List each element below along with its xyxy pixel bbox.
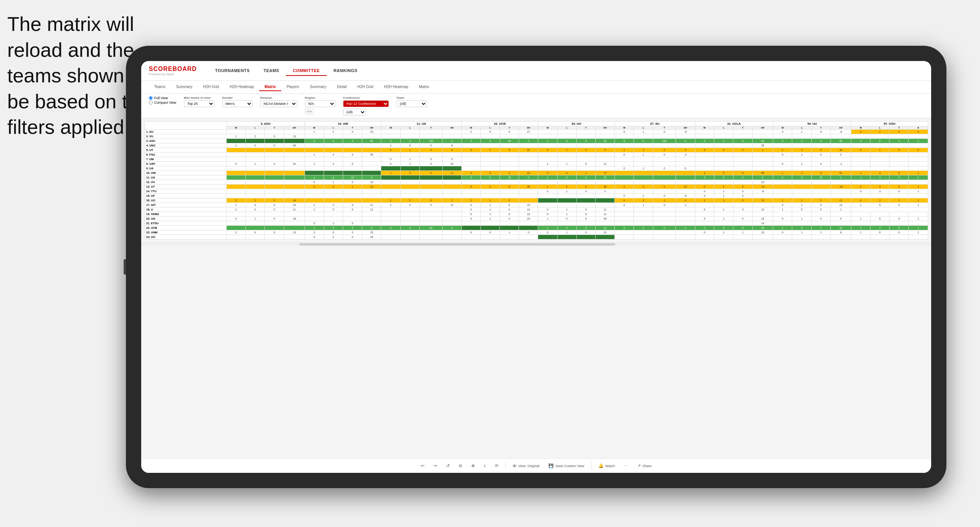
table-row: 24. UO 02029 [145,235,928,239]
table-row: 5. UT 0140 01022 0100 1102 0201 11040 01… [145,148,928,153]
undo-button[interactable]: ↩ [419,462,427,469]
gender-select[interactable]: Men's Women's [222,100,253,107]
toolbar-divider-2 [591,462,592,470]
col-31-ucla: 31. UCLA [695,122,773,126]
reset-button[interactable]: ↺ [444,462,452,469]
scrollbar-thumb[interactable] [299,243,615,246]
sub-nav-teams[interactable]: Teams [149,83,171,91]
table-row: 12. UV 01010 15 [145,180,928,185]
table-row: 17. GIT 10010 10011 10011 01010 010-1 01… [145,203,928,207]
main-nav: TOURNAMENTS TEAMS COMMITTEE RANKINGS [208,66,364,76]
table-row: 7. UM 0100 [145,157,928,162]
table-row: 6. FSU 14035 010-2 0102 [145,153,928,157]
conference-select[interactable]: Pac-12 Conference (All) [343,100,389,107]
top-navigation: SCOREBOARD Powered by clippd TOURNAMENTS… [141,61,931,81]
table-row: 3. ASU 04080 501200 20480 10052 601600 0… [145,139,928,143]
division-select[interactable]: NCAA Division I NCAA Division II [260,100,297,107]
undo-icon: ↩ [421,463,424,468]
save-icon: 💾 [548,463,554,468]
redo-icon: ↪ [434,463,437,468]
share-more-button[interactable]: ⋯ [622,462,630,469]
region-filter: Region N/A East West N/A [305,96,335,114]
col-10-uw: 10. UW [305,122,381,126]
watch-button[interactable]: 🔔 Watch [596,462,617,469]
sub-nav-summary2[interactable]: Summary [305,83,332,91]
zoom-out-button[interactable]: ⊕ [469,462,477,469]
horizontal-scrollbar[interactable] [141,243,931,246]
save-custom-label: Save Custom View [555,464,584,468]
sub-nav-matrix2[interactable]: Matrix [414,83,435,91]
sub-l: L [246,126,265,130]
nav-teams[interactable]: TEAMS [256,66,286,76]
sub-nav-matrix[interactable]: Matrix [259,83,281,91]
max-teams-filter: Max teams in view Top 25 Top 10 Top 50 [184,96,214,107]
table-row: 19. TAMU 01010 01011 [145,212,928,217]
sub-nav-h2h-grid[interactable]: H2H Grid [198,83,224,91]
sub-nav-h2h-heatmap2[interactable]: H2H Heatmap [379,83,413,91]
nav-committee[interactable]: COMMITTEE [286,66,327,76]
sub-nav-players[interactable]: Players [281,83,305,91]
table-row: 2. VU 120-12 [145,134,928,139]
view-original-button[interactable]: 👁 View: Original [510,463,542,469]
tablet-side-button [124,259,126,275]
col-57-osu: 57. OSU [851,122,928,126]
logo-title: SCOREBOARD [149,66,197,72]
region-select[interactable]: N/A East West [305,100,335,107]
sub-nav-h2h-grid2[interactable]: H2H Grid [352,83,379,91]
table-row: 23. UNM 200-21 20025 0010 01010 01110 01… [145,230,928,235]
full-view-radio[interactable]: Full View [149,96,176,100]
share-button[interactable]: ↗ Share [635,462,654,469]
table-row: 21. ETSU 010 14 [145,221,928,226]
share-label: Share [642,464,651,468]
nav-tournaments[interactable]: TOURNAMENTS [208,66,257,76]
conference-all-select[interactable]: (All) [343,109,366,116]
main-content[interactable]: 3. ASU 10. UW 11. UA 22. UCB 24. UO 27. … [141,118,931,458]
zoom-out-icon: ⊖ [459,463,462,468]
gender-filter: Gender Men's Women's [222,96,253,107]
watch-label: Watch [605,464,615,468]
zoom-level: 1 [482,463,488,469]
compact-view-radio[interactable]: Compact View [149,101,176,104]
col-54-uu: 54. UU [773,122,851,126]
table-row: 22. UCB 1303 03400 14012 0203 03040 1011… [145,226,928,230]
reset-icon: ↺ [446,463,450,468]
logo-subtitle: Powered by clippd [149,72,197,76]
view-icon: 👁 [513,464,517,468]
row-header-empty [145,122,227,130]
col-27-su: 27. SU [615,122,695,126]
col-3-asu: 3. ASU [227,122,305,126]
sub-t: T [265,126,284,130]
view-toggle: Full View Compact View [149,96,176,104]
matrix-table: 3. ASU 10. UW 11. UA 22. UCB 24. UO 27. … [144,121,928,239]
zoom-in-icon: ⊕ [471,463,475,468]
col-24-uo: 24. UO [538,122,615,126]
table-row: 1. AU 12023 20027 010-9 010-8 0100 [145,130,928,134]
table-row: 20. UG 010-34 01023 10040 01015 0100 150… [145,217,928,221]
table-row: 13. UT 22122 02036 12026 22012 020-10 -1… [145,185,928,189]
nav-rankings[interactable]: RANKINGS [327,66,364,76]
sub-nav-detail[interactable]: Detail [332,83,352,91]
sub-navigation: Teams Summary H2H Grid H2H Heatmap Matri… [141,81,931,94]
table-row: 18. U 20011 10011 01010 01011 01013 1501 [145,207,928,212]
division-filter: Division NCAA Division I NCAA Division I… [260,96,297,107]
sub-nav-summary[interactable]: Summary [171,83,198,91]
max-teams-select[interactable]: Top 25 Top 10 Top 50 [184,100,214,107]
tablet-screen: SCOREBOARD Powered by clippd TOURNAMENTS… [141,61,931,473]
sub-nav-h2h-heatmap[interactable]: H2H Heatmap [224,83,259,91]
table-row: 16. UO 210-14 1201 110 0210 11011 11011 … [145,198,928,203]
matrix-wrapper: 3. ASU 10. UW 11. UA 22. UCB 24. UO 27. … [141,118,931,243]
table-row: 11. UA 10100 20180 10015 3405 03201 1451 [145,175,928,180]
table-row: 10. UW 13011 30332 04177 25066 12051 145… [145,171,928,175]
redo-button[interactable]: ↪ [431,462,439,469]
sub-w: W [227,126,246,130]
table-row: 8. UAF 01014 120 01015 11011 010-1 [145,162,928,166]
team-select[interactable]: (All) [397,100,427,107]
col-22-ucb: 22. UCB [461,122,538,126]
team-filter: Team (All) [397,96,427,107]
logo-area: SCOREBOARD Powered by clippd [149,66,197,76]
save-custom-button[interactable]: 💾 Save Custom View [546,462,587,469]
refresh-button[interactable]: ⟳ [493,462,501,469]
table-row: 15. UF 010-8 010 [145,194,928,198]
share-icon: ↗ [637,463,641,468]
zoom-in-button[interactable]: ⊖ [456,462,464,469]
